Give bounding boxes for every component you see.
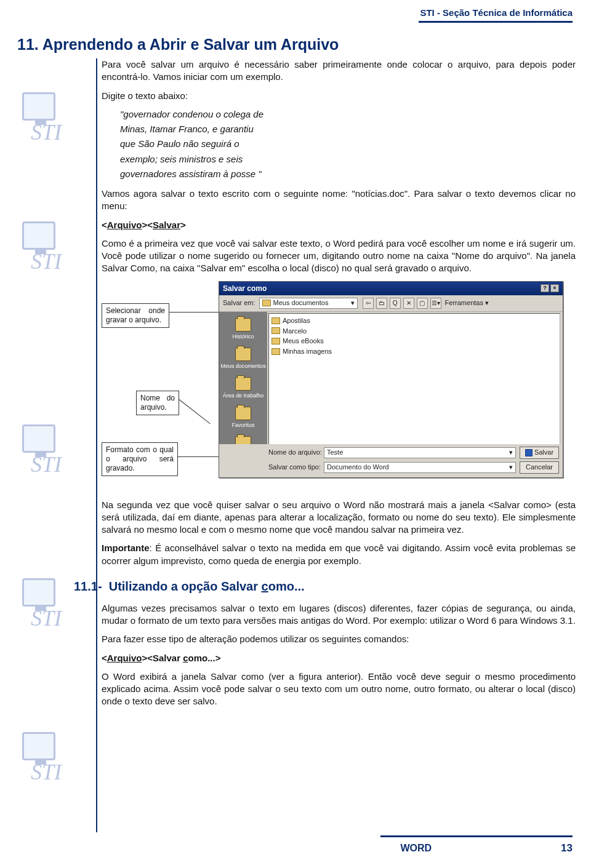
callout-select-location: Selecionar onde gravar o arquivo. [102,303,169,328]
sti-watermark: STI [16,92,78,148]
folder-icon [271,348,280,355]
folder-icon [271,338,280,344]
header-rule [419,21,573,23]
place-desktop[interactable]: Área de trabalho [219,373,267,403]
callout-filetype: Formato com o qual o arquivo será gravad… [102,442,178,476]
place-favorites[interactable]: Favoritos [219,403,267,432]
diskette-icon [525,449,533,456]
new-folder-icon[interactable]: ▢ [417,298,428,309]
important-paragraph: Importante: É aconselhável salvar o text… [102,542,576,567]
folder-icon [271,317,280,324]
after-dialog-paragraph: Na segunda vez que você quiser salvar o … [102,499,576,536]
save-as-dialog: Salvar como ? × Salvar em: Meus document… [219,281,563,478]
quote-line: exemplo; seis ministros e seis [120,153,576,165]
cancel-button[interactable]: Cancelar [520,461,559,474]
filetype-label: Salvar como tipo: [268,463,324,472]
save-button[interactable]: Salvar [520,447,559,459]
filename-input[interactable]: Teste▾ [324,447,516,458]
place-mydocs[interactable]: Meus documentos [219,344,267,373]
footer-page-number: 13 [561,842,573,854]
views-icon[interactable]: ☰▾ [430,298,441,309]
folder-icon [235,407,251,420]
places-bar: Histórico Meus documentos Área de trabal… [219,312,267,463]
header-org: STI - Seção Técnica de Informática [420,7,573,18]
file-row[interactable]: Marcelo [271,327,557,336]
savein-value: Meus documentos [273,298,329,308]
sub11-1-p3: O Word exibirá a janela Salvar como (ver… [102,671,576,708]
help-icon[interactable]: ? [541,284,549,292]
sti-watermark: STI [16,732,78,787]
dialog-title-text: Salvar como [223,284,267,293]
footer-rule [380,835,573,837]
back-icon[interactable]: ⇦ [363,298,374,309]
quote-block: "governador condenou o colega de Minas, … [120,108,576,180]
chevron-down-icon: ▾ [351,298,355,308]
content-column: Para você salvar um arquivo é necessário… [102,58,576,714]
sub11-1-p2: Para fazer esse tipo de alteração podemo… [102,633,576,645]
content-left-rule [96,58,97,832]
dialog-toolbar: Salvar em: Meus documentos ▾ ⇦ 🗀 Q ✕ ▢ ☰… [219,295,563,312]
folder-icon [271,327,280,334]
close-icon[interactable]: × [550,284,559,292]
menu-path: <Arquivo><Salvar> [102,219,576,231]
sti-watermark: STI [16,424,78,480]
callout-line [179,399,211,424]
dialog-bottom: Nome do arquivo: Teste▾ Salvar Salvar co… [219,444,563,477]
tools-menu[interactable]: Ferramentas ▾ [445,298,489,308]
quote-line: que São Paulo não seguirá o [120,138,576,150]
filename-label: Nome do arquivo: [268,448,324,457]
footer-word: WORD [400,843,432,854]
folder-icon [235,318,251,332]
sti-watermark: STI [16,578,78,634]
file-row[interactable]: Meus eBooks [271,336,557,346]
toolbar-icons: ⇦ 🗀 Q ✕ ▢ ☰▾ [363,298,441,309]
file-row[interactable]: Minhas imagens [271,347,557,356]
menu-path-salvar: Salvar [153,220,180,230]
file-row[interactable]: Apostilas [271,316,557,325]
quote-line: governadores assistiram à posse " [120,168,576,180]
callout-line [178,456,219,457]
dialog-body: Histórico Meus documentos Área de trabal… [219,312,563,463]
page-footer: WORD 13 [18,842,573,854]
section-title: 11. Aprendendo a Abrir e Salvar um Arqui… [17,36,339,54]
after-quote-paragraph: Vamos agora salvar o texto escrito com o… [102,188,576,213]
folder-icon [262,300,271,306]
filetype-dropdown[interactable]: Documento do Word▾ [324,462,516,473]
menu-path-arquivo: Arquivo [107,220,142,230]
callout-filename: Nome do arquivo. [136,391,179,415]
chevron-down-icon: ▾ [509,448,513,457]
quote-line: "governador condenou o colega de [120,108,576,121]
subheading-11-1: 11.1- Utilizando a opção Salvar como... [74,578,548,595]
file-list[interactable]: Apostilas Marcelo Meus eBooks Minhas ima… [268,313,560,462]
quote-line: Minas, Itamar Franco, e garantiu [120,123,576,135]
dialog-titlebar: Salvar como ? × [219,282,563,295]
callout-line [169,312,219,313]
typein-label: Digite o texto abaixo: [102,90,576,102]
intro-paragraph: Para você salvar um arquivo é necessário… [102,58,576,84]
search-web-icon[interactable]: Q [390,298,401,309]
folder-icon [235,377,251,391]
savein-label: Salvar em: [223,298,255,308]
place-history[interactable]: Histórico [219,314,267,344]
delete-icon[interactable]: ✕ [403,298,414,309]
sub11-1-p1: Algumas vezes precisamos salvar o texto … [102,602,576,627]
figure-save-dialog-wrap: Selecionar onde gravar o arquivo. Nome d… [102,281,576,490]
dialog-window-controls: ? × [541,284,559,292]
up-icon[interactable]: 🗀 [376,298,387,309]
chevron-down-icon: ▾ [509,463,513,472]
after-menu-paragraph: Como é a primeira vez que você vai salva… [102,237,576,275]
savein-dropdown[interactable]: Meus documentos ▾ [259,298,358,309]
menu-path-2: <Arquivo><Salvar como...> [102,652,576,664]
folder-icon [235,348,251,361]
sti-watermark: STI [16,221,78,277]
